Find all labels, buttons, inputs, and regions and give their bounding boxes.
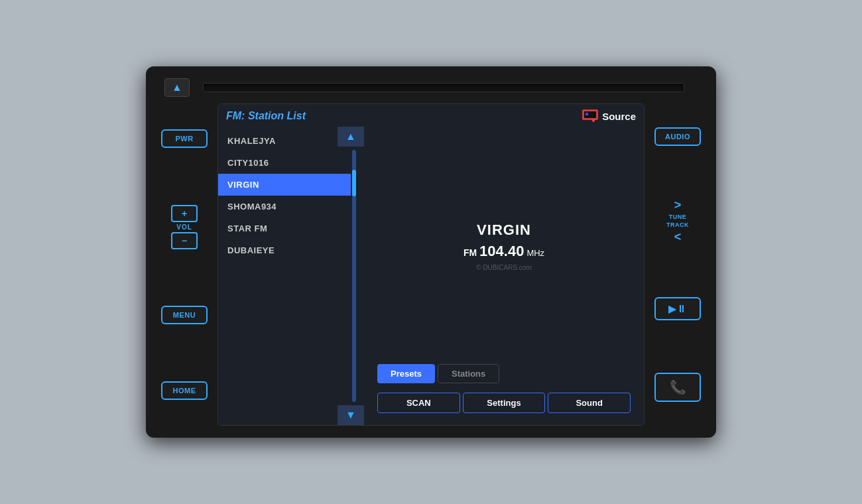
scroll-thumb bbox=[352, 170, 356, 196]
watermark: © DUBICARS.com bbox=[476, 264, 532, 271]
action-bar: SCAN Settings Sound bbox=[371, 393, 637, 418]
list-item[interactable]: STAR FM bbox=[218, 218, 351, 239]
eject-button[interactable]: ▲ bbox=[164, 78, 190, 97]
car-radio: ▲ PWR + VOL − MENU HOME FM: Station List bbox=[146, 66, 716, 438]
vol-group: + VOL − bbox=[171, 205, 198, 249]
audio-button[interactable]: AUDIO bbox=[654, 127, 701, 146]
phone-button[interactable]: 📞 bbox=[654, 373, 701, 402]
pwr-button[interactable]: PWR bbox=[161, 129, 208, 148]
phone-icon: 📞 bbox=[670, 380, 686, 395]
left-controls: PWR + VOL − MENU HOME bbox=[158, 103, 211, 426]
menu-button[interactable]: MENU bbox=[161, 306, 208, 324]
settings-button[interactable]: Settings bbox=[463, 393, 546, 413]
freq-label: FM bbox=[463, 247, 477, 258]
vol-label: VOL bbox=[176, 223, 192, 231]
right-controls: AUDIO > TUNETRACK < ▶⏸ 📞 bbox=[651, 103, 704, 426]
scroll-up-arrow-icon: ▲ bbox=[345, 131, 356, 143]
source-label: Source bbox=[602, 111, 636, 122]
station-list-panel: ▲ KHALEJYA CITY1016 VIRGIN SHOMA934 STAR… bbox=[218, 127, 364, 425]
freq-unit: MHz bbox=[526, 248, 544, 258]
scan-button[interactable]: SCAN bbox=[377, 393, 460, 413]
scroll-down-arrow-icon: ▼ bbox=[345, 409, 356, 421]
now-playing-station: VIRGIN bbox=[477, 221, 531, 239]
tune-next-button[interactable]: > bbox=[674, 198, 682, 212]
source-button[interactable]: Source bbox=[582, 109, 636, 123]
main-area: PWR + VOL − MENU HOME FM: Station List bbox=[158, 103, 704, 426]
list-item[interactable]: CITY1016 bbox=[218, 152, 351, 174]
sound-button[interactable]: Sound bbox=[548, 393, 631, 413]
home-button[interactable]: HOME bbox=[161, 381, 208, 400]
screen-body: ▲ KHALEJYA CITY1016 VIRGIN SHOMA934 STAR… bbox=[218, 127, 644, 425]
cd-slot bbox=[203, 83, 684, 92]
screen-header: FM: Station List Source bbox=[218, 104, 644, 127]
list-item[interactable]: KHALEJYA bbox=[218, 130, 351, 152]
now-playing-info: VIRGIN FM 104.40 MHz © DUBICARS.com bbox=[371, 133, 637, 359]
screen: FM: Station List Source bbox=[217, 103, 645, 426]
presets-tab[interactable]: Presets bbox=[377, 364, 435, 383]
scroll-up-button[interactable]: ▲ bbox=[338, 127, 364, 147]
play-pause-button[interactable]: ▶⏸ bbox=[654, 297, 701, 320]
screen-title: FM: Station List bbox=[226, 110, 306, 122]
freq-line: FM 104.40 MHz bbox=[463, 243, 544, 260]
vol-plus-button[interactable]: + bbox=[171, 205, 198, 222]
scroll-bar bbox=[352, 150, 356, 402]
freq-value: 104.40 bbox=[479, 243, 524, 260]
tune-track-label: TUNETRACK bbox=[666, 214, 689, 229]
tune-prev-button[interactable]: < bbox=[674, 230, 682, 244]
source-icon bbox=[582, 109, 598, 123]
list-item-active[interactable]: VIRGIN bbox=[218, 174, 351, 196]
list-item[interactable]: SHOMA934 bbox=[218, 196, 351, 218]
scroll-down-button[interactable]: ▼ bbox=[338, 405, 364, 425]
list-item[interactable]: DUBAIEYE bbox=[218, 239, 351, 261]
now-playing-panel: VIRGIN FM 104.40 MHz © DUBICARS.com Pres… bbox=[364, 127, 644, 425]
bottom-tabs: Presets Stations bbox=[371, 364, 637, 387]
station-list: KHALEJYA CITY1016 VIRGIN SHOMA934 STAR F… bbox=[218, 127, 351, 425]
stations-tab[interactable]: Stations bbox=[438, 364, 499, 383]
tune-track-group: > TUNETRACK < bbox=[666, 198, 689, 244]
top-bar: ▲ bbox=[158, 78, 704, 97]
vol-minus-button[interactable]: − bbox=[171, 232, 198, 249]
svg-rect-2 bbox=[585, 113, 588, 115]
svg-rect-3 bbox=[592, 119, 595, 122]
